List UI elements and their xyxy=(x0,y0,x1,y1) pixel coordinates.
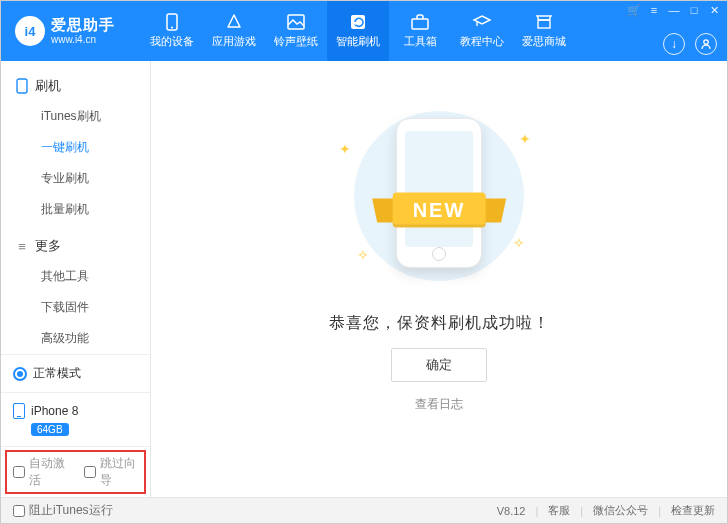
nav-my-device[interactable]: 我的设备 xyxy=(141,1,203,61)
phone-icon xyxy=(162,13,182,31)
menu-icon: ≡ xyxy=(15,239,29,253)
phone-icon xyxy=(13,403,25,419)
view-log-link[interactable]: 查看日志 xyxy=(415,396,463,413)
maximize-icon[interactable]: □ xyxy=(687,3,701,17)
svg-point-6 xyxy=(704,40,708,44)
flash-icon xyxy=(348,13,368,31)
svg-rect-4 xyxy=(412,19,428,29)
version-label: V8.12 xyxy=(497,505,526,517)
nav-label: 爱思商城 xyxy=(522,34,566,49)
group-title: 更多 xyxy=(35,237,61,255)
mode-indicator[interactable]: 正常模式 xyxy=(13,365,138,382)
sidebar: 刷机 iTunes刷机 一键刷机 专业刷机 批量刷机 ≡ 更多 其他工具 下载固… xyxy=(1,61,151,497)
sidebar-group-flash[interactable]: 刷机 xyxy=(1,71,150,101)
device-block: iPhone 8 64GB xyxy=(1,392,150,446)
checkbox-label: 自动激活 xyxy=(29,455,68,489)
skip-guide-checkbox[interactable]: 跳过向导 xyxy=(84,455,139,489)
status-dot-icon xyxy=(13,367,27,381)
wechat-link[interactable]: 微信公众号 xyxy=(593,503,648,518)
group-title: 刷机 xyxy=(35,77,61,95)
ribbon-text: NEW xyxy=(393,193,486,228)
mode-label: 正常模式 xyxy=(33,365,81,382)
checkbox-input[interactable] xyxy=(13,505,25,517)
nav-apps[interactable]: 应用游戏 xyxy=(203,1,265,61)
cart-icon[interactable]: 🛒 xyxy=(627,3,641,17)
phone-icon xyxy=(15,79,29,93)
checkbox-input[interactable] xyxy=(13,466,25,478)
bottom-options: 自动激活 跳过向导 xyxy=(1,446,150,497)
sidebar-item-pro-flash[interactable]: 专业刷机 xyxy=(1,163,150,194)
store-icon xyxy=(534,13,554,31)
nav-label: 应用游戏 xyxy=(212,34,256,49)
success-illustration: ✦✦✧✧ NEW xyxy=(319,101,559,291)
nav-ringtones[interactable]: 铃声壁纸 xyxy=(265,1,327,61)
sidebar-item-other-tools[interactable]: 其他工具 xyxy=(1,261,150,292)
nav-label: 铃声壁纸 xyxy=(274,34,318,49)
nav-toolbox[interactable]: 工具箱 xyxy=(389,1,451,61)
sidebar-item-advanced[interactable]: 高级功能 xyxy=(1,323,150,354)
nav-label: 智能刷机 xyxy=(336,34,380,49)
nav-label: 我的设备 xyxy=(150,34,194,49)
device-indicator[interactable]: iPhone 8 xyxy=(13,403,138,419)
image-icon xyxy=(286,13,306,31)
nav-tutorials[interactable]: 教程中心 xyxy=(451,1,513,61)
storage-badge: 64GB xyxy=(31,423,69,436)
sidebar-item-download-firmware[interactable]: 下载固件 xyxy=(1,292,150,323)
apps-icon xyxy=(224,13,244,31)
brand: i4 爱思助手 www.i4.cn xyxy=(1,1,141,61)
sidebar-item-oneclick-flash[interactable]: 一键刷机 xyxy=(1,132,150,163)
device-name: iPhone 8 xyxy=(31,404,78,418)
checkbox-input[interactable] xyxy=(84,466,96,478)
toolbox-icon xyxy=(410,13,430,31)
close-icon[interactable]: ✕ xyxy=(707,3,721,17)
window-controls: 🛒 ≡ — □ ✕ xyxy=(627,3,721,17)
support-link[interactable]: 客服 xyxy=(548,503,570,518)
success-message: 恭喜您，保资料刷机成功啦！ xyxy=(329,313,550,334)
checkbox-label: 跳过向导 xyxy=(100,455,139,489)
checkbox-label: 阻止iTunes运行 xyxy=(29,502,113,519)
update-link[interactable]: 检查更新 xyxy=(671,503,715,518)
nav-store[interactable]: 爱思商城 xyxy=(513,1,575,61)
svg-rect-7 xyxy=(17,79,27,93)
brand-title: 爱思助手 xyxy=(51,16,115,34)
auto-activate-checkbox[interactable]: 自动激活 xyxy=(13,455,68,489)
svg-rect-5 xyxy=(538,20,550,28)
sidebar-group-more[interactable]: ≡ 更多 xyxy=(1,231,150,261)
minimize-icon[interactable]: — xyxy=(667,3,681,17)
main-panel: ✦✦✧✧ NEW 恭喜您，保资料刷机成功啦！ 确定 查看日志 xyxy=(151,61,727,497)
menu-icon[interactable]: ≡ xyxy=(647,3,661,17)
status-bar: 阻止iTunes运行 V8.12 | 客服 | 微信公众号 | 检查更新 xyxy=(1,497,727,523)
block-itunes-checkbox[interactable]: 阻止iTunes运行 xyxy=(13,502,113,519)
brand-logo: i4 xyxy=(15,16,45,46)
graduation-icon xyxy=(472,13,492,31)
brand-subtitle: www.i4.cn xyxy=(51,34,115,46)
sidebar-item-itunes-flash[interactable]: iTunes刷机 xyxy=(1,101,150,132)
svg-point-1 xyxy=(171,27,173,29)
nav-label: 教程中心 xyxy=(460,34,504,49)
user-icon[interactable] xyxy=(695,33,717,55)
nav-label: 工具箱 xyxy=(404,34,437,49)
download-icon[interactable]: ↓ xyxy=(663,33,685,55)
mode-block: 正常模式 xyxy=(1,354,150,392)
ok-button[interactable]: 确定 xyxy=(391,348,487,382)
nav-flash[interactable]: 智能刷机 xyxy=(327,1,389,61)
top-bar: i4 爱思助手 www.i4.cn 我的设备 应用游戏 铃声壁纸 智能刷机 xyxy=(1,1,727,61)
sidebar-item-batch-flash[interactable]: 批量刷机 xyxy=(1,194,150,225)
